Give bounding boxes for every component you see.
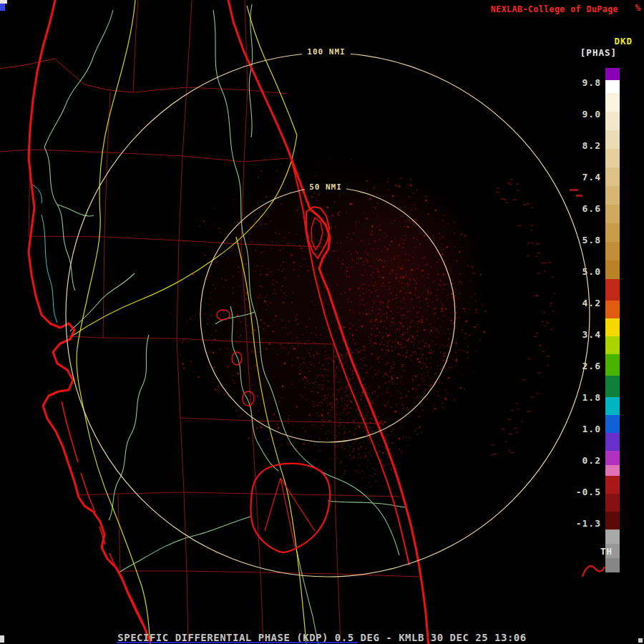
colorbar-tick-label: 9.8 — [582, 77, 601, 88]
colorbar-tick-label: -1.3 — [576, 518, 601, 529]
colorbar-tick-label: 8.2 — [582, 140, 601, 151]
colorbar-tick-label: 6.6 — [582, 203, 601, 214]
colorbar-tick-label: 2.6 — [582, 361, 601, 371]
colorbar-tick-label: 1.0 — [582, 424, 601, 434]
colorbar-tick-label: 0.2 — [582, 455, 601, 466]
colorbar-ticks: 9.89.08.27.46.65.85.04.23.42.61.81.00.2-… — [0, 0, 644, 644]
colorbar-tick-label: 7.4 — [582, 172, 601, 182]
colorbar-tick-label: 9.0 — [582, 109, 601, 119]
colorbar-tick-label: 1.8 — [582, 392, 601, 403]
colorbar-tick-label: 4.2 — [582, 298, 601, 308]
footer-underline-mark — [117, 642, 358, 643]
colorbar-tick-label: 3.4 — [582, 329, 601, 340]
colorbar-tick-label: 5.8 — [582, 235, 601, 245]
colorbar-tick-label: -0.5 — [576, 487, 601, 497]
radar-viewport: 100 NMI 50 NMI NEXLAB-College of DuPage … — [0, 0, 644, 644]
colorbar-tick-label: 5.0 — [582, 266, 601, 277]
threshold-label: TH — [600, 546, 613, 557]
